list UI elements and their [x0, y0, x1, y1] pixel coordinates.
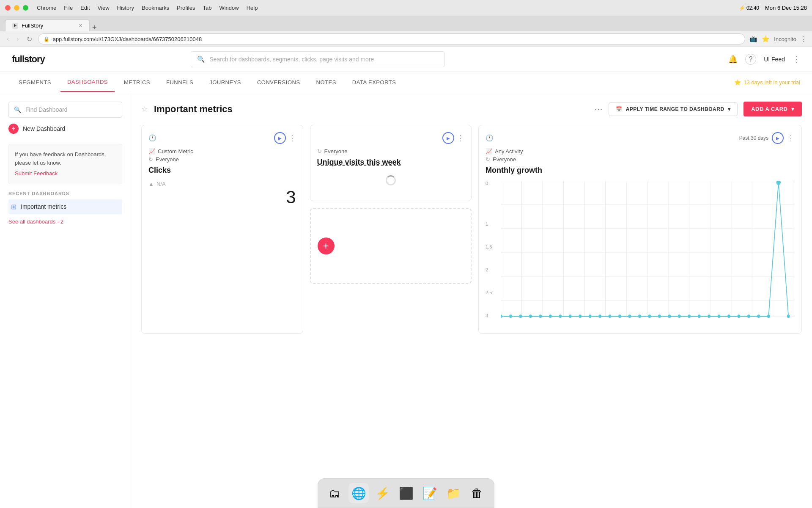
growth-refresh-icon: ↻ [486, 156, 490, 163]
play-button-clicks[interactable]: ▶ [274, 132, 286, 144]
dashboard-item-important-metrics[interactable]: ⊞ Important metrics [8, 199, 122, 214]
search-placeholder: Search for dashboards, segments, clicks,… [209, 56, 374, 63]
svg-point-33 [609, 315, 612, 318]
new-dashboard-button[interactable]: + New Dashboard [8, 118, 122, 140]
nav-segments[interactable]: SEGMENTS [12, 73, 58, 91]
help-icon[interactable]: ? [745, 54, 756, 65]
dock-folder[interactable]: 📁 [443, 483, 464, 503]
add-card-placeholder[interactable]: + [310, 208, 472, 284]
svg-point-46 [737, 315, 740, 318]
dock-notes[interactable]: 📝 [420, 483, 440, 503]
segment-label-clicks: Everyone [156, 156, 179, 163]
forward-button[interactable]: › [15, 34, 20, 44]
card-name-visits: Unique visits this week [317, 158, 465, 167]
feedback-text: If you have feedback on Dashboards, plea… [15, 151, 106, 166]
nav-dashboards[interactable]: DASHBOARDS [60, 73, 115, 92]
menu-chrome[interactable]: Chrome [37, 5, 56, 11]
dock-terminal[interactable]: ⬛ [396, 483, 416, 503]
bookmark-icon[interactable]: ⭐ [762, 35, 770, 43]
svg-point-30 [579, 315, 582, 318]
see-all-dashboards-link[interactable]: See all dashboards - 2 [8, 218, 122, 225]
segment-clicks: ↻ Everyone [148, 156, 296, 163]
sidebar: 🔍 Find Dashboard + New Dashboard If you … [0, 93, 131, 508]
close-button[interactable] [5, 5, 11, 11]
svg-point-50 [776, 181, 781, 185]
dock-unknown1[interactable]: ⚡ [372, 483, 392, 503]
clock-icon-growth: 🕐 [486, 134, 494, 142]
menu-view[interactable]: View [98, 5, 110, 11]
dock-finder[interactable]: 🗂 [325, 483, 345, 503]
back-button[interactable]: ‹ [5, 34, 11, 44]
nav-conversions[interactable]: CONVERSIONS [250, 73, 307, 91]
dashboard-grid-icon: ⊞ [11, 203, 16, 211]
activity-trend-icon: 📈 [486, 148, 492, 155]
menu-window[interactable]: Window [219, 5, 239, 11]
main-nav: SEGMENTS DASHBOARDS METRICS FUNNELS JOUR… [0, 72, 812, 93]
segment-refresh-icon: ↻ [148, 156, 153, 163]
nav-metrics[interactable]: METRICS [117, 73, 157, 91]
menu-bookmarks[interactable]: Bookmarks [142, 5, 169, 11]
app-header: fullstory 🔍 Search for dashboards, segme… [0, 47, 812, 72]
app-logo: fullstory [12, 54, 45, 65]
y-label-3: 3 [486, 313, 498, 318]
svg-point-49 [767, 315, 770, 318]
dock-chrome[interactable]: 🌐 [348, 483, 369, 503]
menu-tab[interactable]: Tab [203, 5, 211, 11]
card-header-clicks: 🕐 ▶ ⋮ [148, 132, 296, 144]
macos-menu: Chrome File Edit View History Bookmarks … [37, 5, 258, 11]
reload-button[interactable]: ↻ [25, 34, 34, 44]
menu-help[interactable]: Help [247, 5, 258, 11]
svg-point-23 [509, 315, 512, 318]
add-card-button[interactable]: ADD A CARD ▾ [743, 102, 802, 116]
play-button-growth[interactable]: ▶ [772, 132, 784, 144]
url-bar[interactable]: 🔒 app.fullstory.com/ui/173GXJ/dashboards… [38, 33, 746, 44]
active-tab[interactable]: F FullStory ✕ [5, 19, 90, 31]
dock-trash[interactable]: 🗑 [467, 483, 487, 503]
apply-time-range-button[interactable]: 📅 APPLY TIME RANGE TO DASHBOARD ▾ [609, 102, 738, 116]
nav-funnels[interactable]: FUNNELS [159, 73, 200, 91]
find-dashboard-placeholder: Find Dashboard [25, 106, 68, 113]
tab-close-button[interactable]: ✕ [79, 23, 82, 28]
minimize-button[interactable] [14, 5, 19, 11]
y-label-0: 0 [486, 181, 498, 186]
ui-feed-button[interactable]: UI Feed [764, 56, 785, 63]
titlebar-right: ⚡ 02:40 Mon 6 Dec 15:28 [739, 5, 807, 11]
svg-point-26 [539, 315, 542, 318]
delta-arrow-icon: ▲ [148, 181, 154, 187]
new-tab-button[interactable]: + [92, 24, 97, 31]
notification-icon[interactable]: 🔔 [728, 55, 738, 64]
menu-profiles[interactable]: Profiles [177, 5, 195, 11]
more-options-button[interactable]: ⋮ [793, 55, 800, 64]
dashboard-item-label: Important metrics [21, 203, 66, 210]
card-options-clicks[interactable]: ⋮ [288, 133, 296, 143]
search-bar[interactable]: 🔍 Search for dashboards, segments, click… [191, 51, 444, 67]
favorite-star-icon[interactable]: ☆ [141, 105, 148, 114]
nav-notes[interactable]: NOTES [310, 73, 343, 91]
svg-point-39 [668, 315, 671, 318]
find-dashboard-input[interactable]: 🔍 Find Dashboard [8, 102, 122, 118]
submit-feedback-link[interactable]: Submit Feedback [15, 169, 116, 178]
cast-icon[interactable]: 📺 [749, 35, 757, 43]
svg-point-31 [589, 315, 592, 318]
apply-time-label: APPLY TIME RANGE TO DASHBOARD [626, 106, 724, 112]
card-header-visits: ▶ ⋮ [317, 132, 465, 144]
play-button-visits[interactable]: ▶ [442, 132, 454, 144]
card-options-growth[interactable]: ⋮ [787, 133, 795, 143]
y-label-1.5: 1.5 [486, 244, 498, 249]
dashboard-options-button[interactable]: ⋯ [594, 104, 603, 114]
svg-point-48 [757, 315, 760, 318]
card-options-visits[interactable]: ⋮ [457, 133, 464, 143]
svg-point-41 [688, 315, 691, 318]
dashboard-header: ☆ Important metrics ⋯ 📅 APPLY TIME RANGE… [141, 102, 802, 116]
more-icon[interactable]: ⋮ [801, 35, 807, 43]
nav-data-exports[interactable]: DATA EXPORTS [346, 73, 403, 91]
fullscreen-button[interactable] [23, 5, 28, 11]
add-card-chevron: ▾ [791, 106, 795, 112]
menu-edit[interactable]: Edit [80, 5, 90, 11]
nav-journeys[interactable]: JOURNEYS [203, 73, 248, 91]
profile-icon[interactable]: Incognito [774, 36, 796, 42]
menu-file[interactable]: File [64, 5, 73, 11]
add-card-label: ADD A CARD [751, 106, 787, 112]
address-bar: ‹ › ↻ 🔒 app.fullstory.com/ui/173GXJ/dash… [0, 31, 812, 47]
menu-history[interactable]: History [117, 5, 134, 11]
